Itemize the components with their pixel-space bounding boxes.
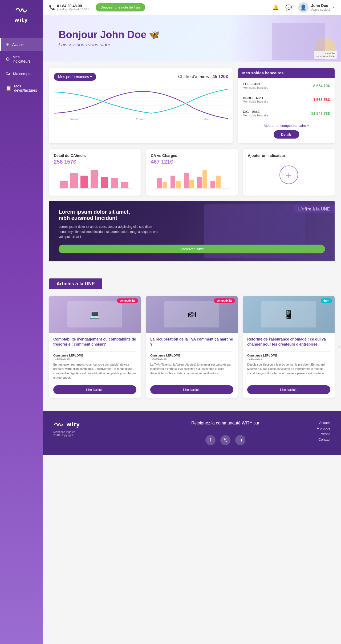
devis-icon: 📋: [6, 85, 11, 91]
mini-card-ca-charges: CA vs Charges 467 121€: [146, 149, 238, 196]
footer-brand-name: wity: [67, 421, 80, 428]
phone-icon: 📞: [49, 5, 55, 10]
sidebar-item-indicateurs[interactable]: ⚙ Mes indicateurs: [0, 51, 43, 67]
phone-number: 01.84.20.48.00: [57, 4, 89, 8]
footer-link-accueil[interactable]: Accueil: [317, 421, 330, 425]
bank-amount-hsbc: -1 568,58€: [312, 98, 330, 102]
logo-icon: [14, 5, 29, 15]
mini-card-add-indicator: Ajouter un indicateur ＋: [243, 149, 335, 196]
article-read-button-0[interactable]: Lire l'article: [53, 385, 136, 394]
offer-description: Lorem ipsum dolor sit amet, consectetuer…: [59, 224, 160, 240]
footer: wity Mentions légales 2018 Copyright Rej…: [43, 411, 341, 455]
footer-link-apropos[interactable]: A propos: [317, 426, 330, 430]
user-company: Apple société: [311, 8, 330, 11]
article-img-2: 📱 droit: [243, 296, 335, 333]
article-title-0: Comptabilité d'engagement ou comptabilit…: [53, 337, 136, 347]
article-read-button-1[interactable]: Lire l'article: [150, 385, 233, 394]
article-read-button-2[interactable]: Lire l'article: [247, 385, 330, 394]
bank-name-hsbc: HSBC - 4861: [243, 96, 268, 100]
avatar: 👤: [298, 2, 308, 13]
footer-link-presse[interactable]: Presse: [317, 432, 330, 436]
bank-entry-cic: CIC - 9843 Mon solde bancaire 11 548,78€: [243, 110, 330, 120]
svg-rect-9: [80, 176, 88, 188]
footer-brand: wity Mentions légales 2018 Copyright: [53, 421, 134, 437]
phone-hours: (Lundi au Vendredi 10-18h): [57, 8, 89, 11]
articles-header: Articles à la UNE: [49, 278, 102, 289]
user-menu[interactable]: 👤 John Doe Apple société ▾: [298, 2, 335, 13]
article-img-1: 🍽 comptabilité: [146, 296, 238, 333]
article-title-2: Réforme de l'assurance chômage : ce qui …: [247, 337, 330, 347]
compta-icon: 🗂: [6, 71, 10, 76]
svg-text:Mars: Mars: [204, 118, 210, 120]
article-date-2: - 21/12/2017: [247, 357, 330, 360]
deposit-note-button[interactable]: Déposer une note de frais: [96, 3, 145, 11]
home-icon: ⊞: [6, 42, 10, 47]
hero-section: Bonjour John Doe 🦋 Laissez-nous vous aid…: [43, 15, 341, 62]
topbar: 📞 01.84.20.48.00 (Lundi au Vendredi 10-1…: [43, 0, 341, 15]
dashboard-section: Mes performances ▾ Chiffre d'affaires : …: [43, 62, 341, 273]
notification-bell-icon[interactable]: 🔔: [272, 4, 279, 11]
hero-greeting: Bonjour John Doe 🦋: [59, 29, 160, 40]
butterfly-icon: 🦋: [149, 30, 160, 40]
chat-icon[interactable]: 💬: [285, 4, 292, 11]
dashboard-row-1: Mes performances ▾ Chiffre d'affaires : …: [49, 68, 335, 143]
footer-link-contact[interactable]: Contact: [317, 438, 330, 442]
bank-details-button[interactable]: Details: [274, 130, 299, 139]
main-content: 📞 01.84.20.48.00 (Lundi au Vendredi 10-1…: [43, 0, 341, 644]
sidebar-item-accueil[interactable]: ⊞ Accueil: [0, 38, 43, 51]
article-author-2: Constance LEPLOMB: [247, 354, 330, 357]
article-body-0: Comptabilité d'engagement ou comptabilit…: [49, 333, 141, 398]
bank-name-cic: CIC - 9843: [243, 110, 268, 114]
topbar-phone: 📞 01.84.20.48.00 (Lundi au Vendredi 10-1…: [49, 4, 89, 11]
article-excerpt-2: Depuis son élection à la présidence, le …: [247, 362, 330, 380]
svg-rect-18: [176, 181, 181, 188]
article-tag-0: comptabilité: [117, 298, 138, 303]
bank-card: Mes soldes bancaires LCL - 8421 Mon sold…: [238, 68, 335, 143]
svg-rect-10: [91, 170, 98, 188]
bank-entry-hsbc: HSBC - 4861 Mon solde bancaire -1 568,58…: [243, 96, 330, 106]
offer-content: Lorem ipsum dolor sit amet,nibh euismod …: [49, 201, 335, 261]
svg-rect-15: [157, 178, 162, 188]
brand-name: wity: [15, 17, 28, 23]
svg-text:Février: Février: [136, 118, 146, 120]
chevron-down-icon: ▾: [333, 6, 335, 9]
svg-rect-16: [163, 182, 167, 188]
footer-legal[interactable]: Mentions légales: [53, 430, 134, 434]
add-bank-account-button[interactable]: Ajouter un compte bancaire +: [243, 124, 330, 128]
articles-list: 💻 comptabilité Comptabilité d'engagement…: [49, 296, 335, 398]
svg-rect-21: [197, 177, 202, 188]
bank-entry-lcl: LCL - 8421 Mon solde bancaire 8 654,10€: [243, 82, 330, 92]
article-author-0: Constance LEPLOMB: [53, 354, 136, 357]
mini-amount-ca: 258 157€: [54, 159, 136, 165]
bank-sub-hsbc: Mon solde bancaire: [243, 100, 268, 103]
offer-title: Lorem ipsum dolor sit amet,nibh euismod …: [59, 209, 325, 221]
sidebar-item-compta[interactable]: 🗂 Ma compta: [0, 67, 43, 80]
add-indicator-button[interactable]: ＋: [279, 165, 298, 184]
article-card-1: 🍽 comptabilité La récupération de la TVA…: [146, 296, 238, 398]
performances-dropdown-button[interactable]: Mes performances ▾: [54, 73, 96, 81]
hero-text: Bonjour John Doe 🦋 Laissez-nous vous aid…: [59, 29, 160, 48]
articles-next-button[interactable]: ›: [338, 343, 340, 350]
dashboard-row-2: Detail du CA/mois 258 157€: [49, 149, 335, 196]
performance-chart: Janvier Février Mars: [54, 84, 228, 121]
svg-text:Janvier: Janvier: [70, 118, 80, 120]
facebook-icon[interactable]: f: [205, 435, 216, 445]
bank-amount-cic: 11 548,78€: [311, 111, 330, 116]
linkedin-icon[interactable]: in: [235, 435, 245, 445]
perf-header: Mes performances ▾ Chiffre d'affaires : …: [54, 73, 228, 81]
article-title-1: La récupération de la TVA comment ça mar…: [150, 337, 233, 347]
svg-rect-13: [121, 182, 128, 188]
footer-links: Accueil A propos Presse Contact: [317, 421, 330, 442]
svg-rect-24: [216, 176, 221, 188]
svg-rect-20: [189, 180, 194, 188]
bank-sub-cic: Mon solde bancaire: [243, 114, 268, 117]
twitter-icon[interactable]: 𝕏: [220, 435, 230, 445]
article-tag-2: droit: [321, 298, 332, 303]
hero-subtitle: Laissez-nous vous aider...: [59, 42, 160, 48]
bank-header: Mes soldes bancaires: [238, 68, 335, 78]
article-date-0: - 15/01/2018: [53, 357, 136, 360]
sidebar-item-devis[interactable]: 📋 Mes devis/factures: [0, 80, 43, 96]
mini-amount-charges: 467 121€: [151, 159, 233, 165]
discover-offer-button[interactable]: Découvrir l'offre: [59, 245, 325, 253]
article-date-1: - 02/01/2018: [150, 357, 233, 360]
